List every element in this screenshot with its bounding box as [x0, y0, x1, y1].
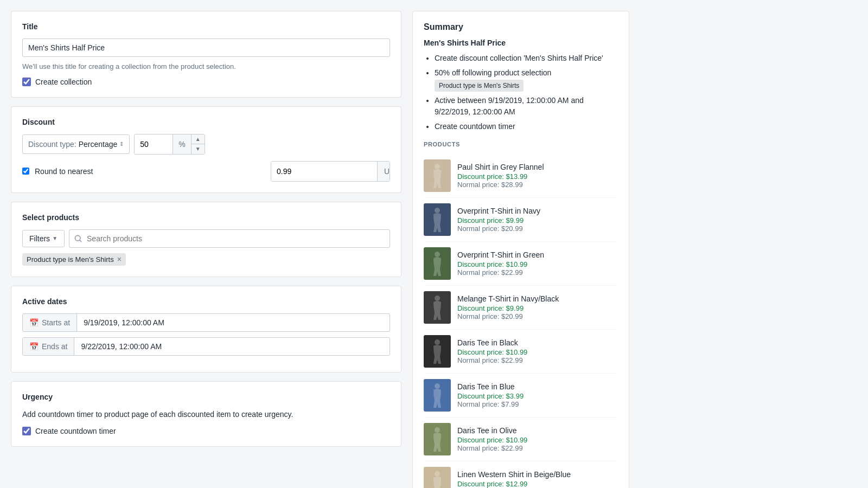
product-info: Daris Tee in Blue Discount price: $3.99 …: [457, 382, 618, 408]
round-value-input[interactable]: [271, 162, 377, 181]
product-item: Daris Tee in Olive Discount price: $10.9…: [424, 418, 618, 461]
round-checkbox[interactable]: [22, 168, 29, 175]
ends-value[interactable]: 9/22/2019, 12:00:00 AM: [74, 338, 390, 355]
product-discount-price: Discount price: $12.99: [457, 480, 618, 488]
product-normal-price: Normal price: $7.99: [457, 400, 618, 408]
product-thumbnail: [424, 467, 451, 488]
summary-item-1: Create discount collection 'Men's Shirts…: [435, 53, 618, 64]
countdown-checkbox[interactable]: [22, 427, 31, 435]
title-input[interactable]: [22, 38, 390, 57]
product-normal-price: Normal price: $22.99: [457, 356, 618, 364]
product-item: Paul Shirt in Grey Flannel Discount pric…: [424, 154, 618, 198]
ends-label: Ends at: [42, 342, 67, 351]
svg-point-4: [435, 296, 440, 301]
svg-point-1: [435, 164, 440, 169]
calendar-icon-starts: 📅: [29, 318, 39, 327]
svg-point-3: [435, 252, 440, 257]
discount-spinner-down[interactable]: ▼: [192, 144, 205, 154]
product-discount-price: Discount price: $9.99: [457, 216, 618, 224]
filter-tag-remove-button[interactable]: ×: [117, 255, 122, 263]
discount-suffix: %: [173, 134, 190, 154]
product-discount-price: Discount price: $3.99: [457, 392, 618, 400]
svg-point-2: [435, 208, 440, 213]
title-card: Title We'll use this title for creating …: [11, 11, 401, 98]
starts-icon-cell: 📅 Starts at: [23, 314, 77, 331]
discount-spinner: ▲ ▼: [191, 134, 205, 154]
ends-icon-cell: 📅 Ends at: [23, 338, 74, 355]
product-thumbnail: [424, 247, 451, 280]
product-name: Paul Shirt in Grey Flannel: [457, 163, 618, 171]
search-icon: [74, 234, 82, 243]
filters-button[interactable]: Filters ▼: [22, 230, 65, 247]
round-row: Round to nearest USD ▲ ▼: [22, 161, 390, 182]
discount-type-chevron-icon: ⇕: [119, 141, 124, 147]
select-products-heading: Select products: [22, 213, 390, 222]
product-name: Overprint T-Shirt in Green: [457, 251, 618, 259]
product-info: Melange T-Shirt in Navy/Black Discount p…: [457, 294, 618, 320]
urgency-heading: Urgency: [22, 393, 390, 401]
product-name: Daris Tee in Blue: [457, 382, 618, 391]
search-wrap: [69, 229, 390, 248]
summary-item-2: 50% off following product selection Prod…: [435, 67, 618, 92]
product-normal-price: Normal price: $22.99: [457, 444, 618, 452]
round-input-wrap: USD ▲ ▼: [271, 161, 390, 182]
product-item: Overprint T-Shirt in Green Discount pric…: [424, 242, 618, 286]
product-discount-price: Discount price: $13.99: [457, 172, 618, 181]
discount-heading: Discount: [22, 118, 390, 126]
discount-type-row: Discount type: Percentage ⇕ % ▲ ▼: [22, 134, 390, 155]
calendar-icon-ends: 📅: [29, 342, 39, 351]
product-discount-price: Discount price: $10.99: [457, 436, 618, 444]
product-name: Daris Tee in Olive: [457, 426, 618, 435]
product-thumbnail: [424, 291, 451, 324]
product-thumbnail: [424, 379, 451, 412]
svg-point-5: [435, 339, 440, 345]
filter-tag-text: Product type is Men's Shirts: [27, 255, 114, 264]
product-discount-price: Discount price: $10.99: [457, 348, 618, 356]
ends-at-row: 📅 Ends at 9/22/2019, 12:00:00 AM: [22, 337, 390, 356]
create-collection-row: Create collection: [22, 78, 390, 86]
product-normal-price: Normal price: $20.99: [457, 312, 618, 320]
products-section: PRODUCTS Paul Shirt in Grey Flannel Disc…: [424, 141, 618, 488]
active-dates-card: Active dates 📅 Starts at 9/19/2019, 12:0…: [11, 286, 401, 373]
countdown-label: Create countdown timer: [35, 427, 116, 435]
product-item: Daris Tee in Blue Discount price: $3.99 …: [424, 374, 618, 418]
select-products-card: Select products Filters ▼ Product type i…: [11, 202, 401, 277]
product-name: Melange T-Shirt in Navy/Black: [457, 294, 618, 303]
create-collection-label: Create collection: [35, 78, 92, 86]
product-name: Daris Tee in Black: [457, 338, 618, 347]
starts-label: Starts at: [42, 318, 70, 327]
product-info: Overprint T-Shirt in Green Discount pric…: [457, 251, 618, 277]
svg-point-8: [435, 471, 440, 477]
filter-search-row: Filters ▼: [22, 229, 390, 248]
product-item: Daris Tee in Black Discount price: $10.9…: [424, 330, 618, 374]
filters-chevron-icon: ▼: [52, 235, 58, 241]
discount-type-label: Discount type:: [28, 140, 76, 149]
discount-value-input[interactable]: [135, 134, 173, 154]
products-list: Paul Shirt in Grey Flannel Discount pric…: [424, 154, 618, 488]
create-collection-checkbox[interactable]: [22, 78, 31, 86]
discount-spinner-up[interactable]: ▲: [192, 134, 205, 144]
product-normal-price: Normal price: $22.99: [457, 268, 618, 277]
countdown-row: Create countdown timer: [22, 427, 390, 435]
starts-value[interactable]: 9/19/2019, 12:00:00 AM: [77, 314, 390, 331]
product-info: Paul Shirt in Grey Flannel Discount pric…: [457, 163, 618, 189]
product-item: Linen Western Shirt in Beige/Blue Discou…: [424, 461, 618, 488]
product-thumbnail: [424, 335, 451, 368]
product-thumbnail: [424, 203, 451, 236]
product-thumbnail: [424, 423, 451, 455]
search-input[interactable]: [69, 229, 390, 248]
urgency-card: Urgency Add countdown timer to product p…: [11, 381, 401, 447]
product-discount-price: Discount price: $9.99: [457, 304, 618, 312]
discount-type-select[interactable]: Discount type: Percentage ⇕: [22, 134, 130, 154]
product-info: Daris Tee in Olive Discount price: $10.9…: [457, 426, 618, 452]
active-dates-heading: Active dates: [22, 297, 390, 306]
product-normal-price: Normal price: $28.99: [457, 181, 618, 189]
urgency-description: Add countdown timer to product page of e…: [22, 409, 390, 420]
product-item: Overprint T-Shirt in Navy Discount price…: [424, 198, 618, 242]
product-info: Daris Tee in Black Discount price: $10.9…: [457, 338, 618, 364]
product-normal-price: Normal price: $20.99: [457, 224, 618, 233]
summary-item-4: Create countdown timer: [435, 121, 618, 132]
filter-tag: Product type is Men's Shirts ×: [22, 253, 126, 266]
filter-tags-row: Product type is Men's Shirts ×: [22, 253, 390, 266]
product-name: Linen Western Shirt in Beige/Blue: [457, 470, 618, 479]
